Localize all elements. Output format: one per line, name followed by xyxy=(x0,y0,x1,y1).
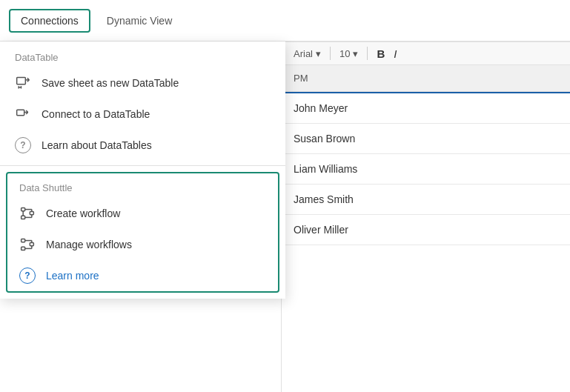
svg-rect-10 xyxy=(17,110,24,116)
save-datatable-item[interactable]: Save sheet as new DataTable xyxy=(0,67,285,99)
font-selector[interactable]: Arial ▾ xyxy=(294,48,321,59)
dropdown-item-4[interactable]: Oliver Miller xyxy=(282,215,570,245)
manage-workflows-item[interactable]: Manage workflows xyxy=(7,229,278,260)
learn-more-item[interactable]: ? Learn more xyxy=(7,260,278,291)
create-workflow-label: Create workflow xyxy=(46,207,120,219)
bold-button[interactable]: B xyxy=(377,47,385,60)
svg-rect-22 xyxy=(21,239,25,242)
dropdown-item-2[interactable]: Liam Williams xyxy=(282,154,570,185)
dropdown-item-1[interactable]: Susan Brown xyxy=(282,124,570,154)
size-dropdown-arrow: ▾ xyxy=(353,48,358,59)
toolbar: Connections Dynamic View xyxy=(0,0,570,41)
create-workflow-item[interactable]: Create workflow xyxy=(7,198,278,229)
svg-rect-23 xyxy=(21,247,25,250)
svg-rect-24 xyxy=(30,243,33,246)
learn-datatable-label: Learn about DataTables xyxy=(42,139,152,151)
timestamp-text: PM xyxy=(294,73,308,84)
font-size: 10 xyxy=(339,48,350,59)
tab-connections[interactable]: Connections xyxy=(9,9,90,33)
data-shuttle-header: Data Shuttle xyxy=(7,173,278,198)
svg-rect-16 xyxy=(30,212,33,215)
format-divider-2 xyxy=(367,47,368,60)
menu-overlay: DataTable Save sheet as new DataTable xyxy=(0,41,285,299)
connect-datatable-item[interactable]: Connect to a DataTable xyxy=(0,99,285,130)
learn-datatable-icon: ? xyxy=(15,137,31,153)
data-shuttle-section: Data Shuttle Create workflow xyxy=(6,172,279,293)
timestamp-area: PM xyxy=(282,65,570,92)
tab-dynamic-view[interactable]: Dynamic View xyxy=(96,10,182,31)
svg-rect-15 xyxy=(21,216,25,219)
font-size-selector[interactable]: 10 ▾ xyxy=(339,48,358,59)
svg-rect-14 xyxy=(21,208,25,211)
connect-icon xyxy=(15,106,31,122)
right-panel: Dropdown options ☆ Arial ▾ 10 ▾ B I PM J… xyxy=(281,0,570,392)
learn-datatable-item[interactable]: ? Learn about DataTables xyxy=(0,130,285,161)
font-name: Arial xyxy=(294,48,313,59)
learn-more-label: Learn more xyxy=(46,270,99,282)
format-bar: Arial ▾ 10 ▾ B I xyxy=(282,42,570,65)
dropdown-list: John Meyer Susan Brown Liam Williams Jam… xyxy=(282,92,570,245)
section-divider xyxy=(0,165,285,166)
create-workflow-icon xyxy=(19,205,36,222)
italic-button[interactable]: I xyxy=(394,47,397,60)
learn-more-icon: ? xyxy=(19,268,36,284)
font-dropdown-arrow: ▾ xyxy=(316,48,321,59)
dropdown-item-3[interactable]: James Smith xyxy=(282,185,570,215)
save-datatable-label: Save sheet as new DataTable xyxy=(42,77,179,89)
svg-rect-3 xyxy=(17,78,26,84)
manage-workflows-icon xyxy=(19,236,36,253)
connect-datatable-label: Connect to a DataTable xyxy=(42,108,150,120)
datatable-section-header: DataTable xyxy=(0,41,285,67)
format-divider-1 xyxy=(330,47,331,60)
dropdown-item-0[interactable]: John Meyer xyxy=(282,93,570,124)
save-datatable-icon xyxy=(15,75,31,91)
manage-workflows-label: Manage workflows xyxy=(46,239,132,250)
